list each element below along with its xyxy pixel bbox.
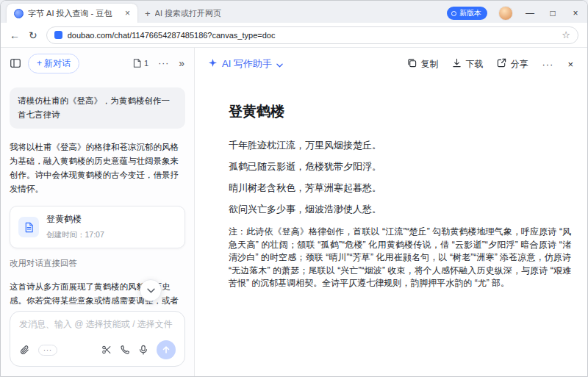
url-bar[interactable]: doubao.com/chat/11476654287485186?canvas… bbox=[46, 26, 578, 44]
back-icon[interactable]: ← bbox=[10, 30, 20, 40]
maximize-button[interactable]: □ bbox=[547, 8, 559, 18]
switch-to-chat-link[interactable]: 改用对话直接回答 bbox=[10, 256, 77, 270]
message-composer[interactable]: ··· bbox=[10, 311, 185, 367]
poem-line-2: 孤鹤已随云影逝，危楼犹带夕阳浮。 bbox=[229, 162, 571, 172]
download-label: 下载 bbox=[465, 58, 483, 71]
address-bar: ← ↻ doubao.com/chat/11476654287485186?ca… bbox=[1, 23, 587, 48]
document-title: 登黄鹤楼 bbox=[229, 102, 571, 121]
poem-line-4: 欲问兴亡多少事，烟波浩渺使人愁。 bbox=[229, 204, 571, 215]
site-icon bbox=[54, 31, 62, 39]
avatar[interactable] bbox=[498, 6, 513, 21]
sidebar-toggle-icon[interactable] bbox=[10, 57, 21, 69]
tab-doubao-chat[interactable]: 字节 AI 投入查询 - 豆包 × bbox=[7, 4, 137, 23]
plus-icon: + bbox=[37, 58, 42, 68]
canvas-panel: AI 写作助手 复制 bbox=[195, 48, 587, 376]
canvas-actions: 复制 下载 分享 ··· × bbox=[407, 58, 574, 71]
poem-line-3: 晴川树老含秋色，芳草洲寒起暮愁。 bbox=[229, 183, 571, 193]
composer-more-icon[interactable]: ··· bbox=[38, 345, 57, 356]
share-icon bbox=[497, 58, 506, 70]
new-version-label: 新版本 bbox=[459, 8, 481, 18]
share-button[interactable]: 分享 bbox=[497, 58, 528, 71]
new-chat-button[interactable]: + 新对话 bbox=[28, 54, 79, 73]
attach-icon[interactable] bbox=[19, 345, 30, 356]
tab-new-search[interactable]: + AI 搜索或打开网页 bbox=[137, 4, 268, 23]
documents-button[interactable]: 1 bbox=[132, 58, 148, 68]
canvas-more-icon[interactable]: ··· bbox=[542, 59, 553, 70]
update-icon bbox=[451, 11, 456, 16]
sparkle-icon bbox=[208, 58, 218, 70]
tabstrip-right: 新版本 — □ × bbox=[447, 4, 581, 23]
new-chat-label: 新对话 bbox=[44, 57, 71, 70]
copy-button[interactable]: 复制 bbox=[407, 58, 438, 71]
window-close-button[interactable]: × bbox=[570, 8, 581, 18]
scissors-icon[interactable] bbox=[101, 345, 112, 355]
document-icon bbox=[132, 58, 142, 68]
download-button[interactable]: 下载 bbox=[452, 58, 483, 71]
copy-label: 复制 bbox=[420, 58, 438, 71]
message-input[interactable] bbox=[19, 319, 176, 329]
browser-window: 字节 AI 投入查询 - 豆包 × + AI 搜索或打开网页 新版本 — □ ×… bbox=[0, 0, 588, 377]
share-label: 分享 bbox=[510, 58, 528, 71]
assistant-message: 我将以杜甫《登高》的格律和苍凉沉郁的风格为基础，融入黄鹤楼的历史意蕴与壮阔景象来… bbox=[10, 140, 185, 196]
chat-panel: + 新对话 1 ··· » 请模仿杜甫的《登高》，为黄鹤楼创作一首七言律诗 bbox=[1, 48, 195, 376]
url-text: doubao.com/chat/11476654287485186?canvas… bbox=[68, 31, 557, 40]
poem-line-1: 千年胜迹枕江流，万里风烟接楚丘。 bbox=[229, 140, 571, 151]
poem-annotation: 注：此诗依《登高》格律创作，首联以 “江流”“楚丘” 勾勒黄鹤楼地理气象，呼应原… bbox=[229, 226, 571, 290]
ai-writer-dropdown[interactable]: AI 写作助手 bbox=[208, 57, 283, 71]
download-icon bbox=[452, 58, 462, 70]
doc-card-subtitle: 创建时间：17:07 bbox=[46, 228, 104, 242]
tab-close-icon[interactable]: × bbox=[125, 9, 130, 18]
chevron-down-icon bbox=[276, 59, 283, 70]
collapse-panel-icon[interactable]: » bbox=[179, 57, 185, 69]
more-icon[interactable]: ··· bbox=[158, 58, 169, 68]
new-version-badge[interactable]: 新版本 bbox=[447, 7, 487, 20]
doc-card-title: 登黄鹤楼 bbox=[46, 212, 104, 226]
send-button[interactable] bbox=[157, 340, 176, 359]
doc-card-text: 登黄鹤楼 创建时间：17:07 bbox=[46, 212, 104, 242]
user-message: 请模仿杜甫的《登高》，为黄鹤楼创作一首七言律诗 bbox=[10, 87, 185, 129]
main-area: + 新对话 1 ··· » 请模仿杜甫的《登高》，为黄鹤楼创作一首七言律诗 bbox=[1, 48, 587, 376]
chat-panel-header: + 新对话 1 ··· » bbox=[1, 48, 194, 79]
ai-writer-label: AI 写作助手 bbox=[222, 57, 272, 71]
chat-message-list: 请模仿杜甫的《登高》，为黄鹤楼创作一首七言律诗 我将以杜甫《登高》的格律和苍凉沉… bbox=[1, 79, 194, 306]
phone-icon[interactable] bbox=[120, 345, 130, 355]
canvas-close-icon[interactable]: × bbox=[567, 59, 574, 70]
copy-icon bbox=[407, 58, 417, 70]
document-count: 1 bbox=[144, 59, 148, 68]
chat-header-actions: 1 ··· » bbox=[132, 57, 185, 69]
refresh-icon[interactable]: ↻ bbox=[29, 30, 37, 40]
scroll-to-bottom-button[interactable] bbox=[140, 279, 162, 301]
minimize-button[interactable]: — bbox=[524, 8, 536, 18]
mic-icon[interactable] bbox=[138, 345, 148, 355]
plus-icon: + bbox=[145, 8, 151, 19]
composer-toolbar: ··· bbox=[19, 340, 176, 359]
document-canvas[interactable]: 登黄鹤楼 千年胜迹枕江流，万里风烟接楚丘。 孤鹤已随云影逝，危楼犹带夕阳浮。 晴… bbox=[195, 80, 587, 376]
doc-card[interactable]: 登黄鹤楼 创建时间：17:07 bbox=[10, 206, 185, 248]
new-tab-title: AI 搜索或打开网页 bbox=[155, 8, 261, 19]
doubao-favicon-icon bbox=[14, 9, 24, 18]
tab-title: 字节 AI 投入查询 - 豆包 bbox=[28, 8, 121, 19]
bookmark-star-icon[interactable]: ☆ bbox=[562, 29, 570, 40]
file-icon bbox=[18, 217, 39, 237]
canvas-toolbar: AI 写作助手 复制 bbox=[195, 48, 587, 80]
tab-strip: 字节 AI 投入查询 - 豆包 × + AI 搜索或打开网页 新版本 — □ × bbox=[1, 1, 587, 23]
